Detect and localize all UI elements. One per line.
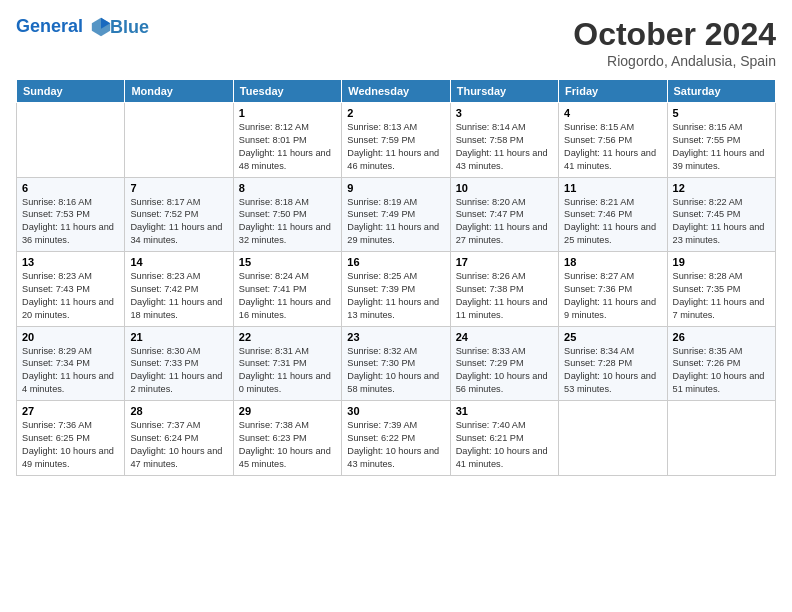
day-info: Sunrise: 8:32 AMSunset: 7:30 PMDaylight:… <box>347 345 444 397</box>
day-number: 30 <box>347 405 444 417</box>
calendar-body: 1 Sunrise: 8:12 AMSunset: 8:01 PMDayligh… <box>17 103 776 476</box>
day-info: Sunrise: 8:21 AMSunset: 7:46 PMDaylight:… <box>564 196 661 248</box>
day-number: 14 <box>130 256 227 268</box>
day-number: 1 <box>239 107 336 119</box>
day-number: 28 <box>130 405 227 417</box>
day-number: 8 <box>239 182 336 194</box>
day-info: Sunrise: 8:20 AMSunset: 7:47 PMDaylight:… <box>456 196 553 248</box>
table-row: 30 Sunrise: 7:39 AMSunset: 6:22 PMDaylig… <box>342 401 450 476</box>
col-friday: Friday <box>559 80 667 103</box>
table-row: 27 Sunrise: 7:36 AMSunset: 6:25 PMDaylig… <box>17 401 125 476</box>
day-number: 16 <box>347 256 444 268</box>
day-number: 4 <box>564 107 661 119</box>
table-row <box>667 401 775 476</box>
table-row: 20 Sunrise: 8:29 AMSunset: 7:34 PMDaylig… <box>17 326 125 401</box>
day-info: Sunrise: 8:15 AMSunset: 7:55 PMDaylight:… <box>673 121 770 173</box>
day-number: 3 <box>456 107 553 119</box>
day-number: 23 <box>347 331 444 343</box>
day-number: 31 <box>456 405 553 417</box>
table-row: 29 Sunrise: 7:38 AMSunset: 6:23 PMDaylig… <box>233 401 341 476</box>
day-info: Sunrise: 8:23 AMSunset: 7:43 PMDaylight:… <box>22 270 119 322</box>
day-number: 10 <box>456 182 553 194</box>
logo: General Blue <box>16 16 149 38</box>
table-row: 5 Sunrise: 8:15 AMSunset: 7:55 PMDayligh… <box>667 103 775 178</box>
table-row: 16 Sunrise: 8:25 AMSunset: 7:39 PMDaylig… <box>342 252 450 327</box>
table-row: 6 Sunrise: 8:16 AMSunset: 7:53 PMDayligh… <box>17 177 125 252</box>
day-info: Sunrise: 7:40 AMSunset: 6:21 PMDaylight:… <box>456 419 553 471</box>
table-row <box>17 103 125 178</box>
table-row: 22 Sunrise: 8:31 AMSunset: 7:31 PMDaylig… <box>233 326 341 401</box>
table-row: 25 Sunrise: 8:34 AMSunset: 7:28 PMDaylig… <box>559 326 667 401</box>
day-number: 7 <box>130 182 227 194</box>
day-number: 22 <box>239 331 336 343</box>
logo-text: General <box>16 16 112 38</box>
table-row: 11 Sunrise: 8:21 AMSunset: 7:46 PMDaylig… <box>559 177 667 252</box>
day-number: 5 <box>673 107 770 119</box>
day-info: Sunrise: 8:28 AMSunset: 7:35 PMDaylight:… <box>673 270 770 322</box>
table-row: 2 Sunrise: 8:13 AMSunset: 7:59 PMDayligh… <box>342 103 450 178</box>
day-number: 11 <box>564 182 661 194</box>
table-row: 24 Sunrise: 8:33 AMSunset: 7:29 PMDaylig… <box>450 326 558 401</box>
day-number: 12 <box>673 182 770 194</box>
calendar-week-2: 6 Sunrise: 8:16 AMSunset: 7:53 PMDayligh… <box>17 177 776 252</box>
header: General Blue October 2024 Riogordo, Anda… <box>16 16 776 69</box>
day-number: 9 <box>347 182 444 194</box>
day-info: Sunrise: 8:29 AMSunset: 7:34 PMDaylight:… <box>22 345 119 397</box>
table-row: 4 Sunrise: 8:15 AMSunset: 7:56 PMDayligh… <box>559 103 667 178</box>
day-info: Sunrise: 8:24 AMSunset: 7:41 PMDaylight:… <box>239 270 336 322</box>
day-info: Sunrise: 8:33 AMSunset: 7:29 PMDaylight:… <box>456 345 553 397</box>
day-number: 17 <box>456 256 553 268</box>
logo-icon <box>90 16 112 38</box>
table-row: 7 Sunrise: 8:17 AMSunset: 7:52 PMDayligh… <box>125 177 233 252</box>
logo-general: General <box>16 16 83 36</box>
day-info: Sunrise: 8:30 AMSunset: 7:33 PMDaylight:… <box>130 345 227 397</box>
day-number: 6 <box>22 182 119 194</box>
col-thursday: Thursday <box>450 80 558 103</box>
day-info: Sunrise: 8:14 AMSunset: 7:58 PMDaylight:… <box>456 121 553 173</box>
table-row <box>125 103 233 178</box>
col-monday: Monday <box>125 80 233 103</box>
day-info: Sunrise: 8:31 AMSunset: 7:31 PMDaylight:… <box>239 345 336 397</box>
calendar-week-5: 27 Sunrise: 7:36 AMSunset: 6:25 PMDaylig… <box>17 401 776 476</box>
col-tuesday: Tuesday <box>233 80 341 103</box>
day-number: 15 <box>239 256 336 268</box>
day-info: Sunrise: 7:37 AMSunset: 6:24 PMDaylight:… <box>130 419 227 471</box>
table-row: 10 Sunrise: 8:20 AMSunset: 7:47 PMDaylig… <box>450 177 558 252</box>
table-row: 28 Sunrise: 7:37 AMSunset: 6:24 PMDaylig… <box>125 401 233 476</box>
table-row <box>559 401 667 476</box>
table-row: 3 Sunrise: 8:14 AMSunset: 7:58 PMDayligh… <box>450 103 558 178</box>
day-info: Sunrise: 8:26 AMSunset: 7:38 PMDaylight:… <box>456 270 553 322</box>
table-row: 26 Sunrise: 8:35 AMSunset: 7:26 PMDaylig… <box>667 326 775 401</box>
table-row: 9 Sunrise: 8:19 AMSunset: 7:49 PMDayligh… <box>342 177 450 252</box>
table-row: 14 Sunrise: 8:23 AMSunset: 7:42 PMDaylig… <box>125 252 233 327</box>
title-block: October 2024 Riogordo, Andalusia, Spain <box>573 16 776 69</box>
day-info: Sunrise: 8:23 AMSunset: 7:42 PMDaylight:… <box>130 270 227 322</box>
day-info: Sunrise: 7:38 AMSunset: 6:23 PMDaylight:… <box>239 419 336 471</box>
day-number: 2 <box>347 107 444 119</box>
day-info: Sunrise: 8:27 AMSunset: 7:36 PMDaylight:… <box>564 270 661 322</box>
table-row: 19 Sunrise: 8:28 AMSunset: 7:35 PMDaylig… <box>667 252 775 327</box>
calendar-week-4: 20 Sunrise: 8:29 AMSunset: 7:34 PMDaylig… <box>17 326 776 401</box>
table-row: 8 Sunrise: 8:18 AMSunset: 7:50 PMDayligh… <box>233 177 341 252</box>
calendar-week-3: 13 Sunrise: 8:23 AMSunset: 7:43 PMDaylig… <box>17 252 776 327</box>
day-number: 26 <box>673 331 770 343</box>
calendar-week-1: 1 Sunrise: 8:12 AMSunset: 8:01 PMDayligh… <box>17 103 776 178</box>
table-row: 15 Sunrise: 8:24 AMSunset: 7:41 PMDaylig… <box>233 252 341 327</box>
page: General Blue October 2024 Riogordo, Anda… <box>0 0 792 612</box>
col-sunday: Sunday <box>17 80 125 103</box>
day-number: 21 <box>130 331 227 343</box>
day-info: Sunrise: 8:13 AMSunset: 7:59 PMDaylight:… <box>347 121 444 173</box>
day-number: 13 <box>22 256 119 268</box>
day-info: Sunrise: 8:19 AMSunset: 7:49 PMDaylight:… <box>347 196 444 248</box>
day-info: Sunrise: 8:18 AMSunset: 7:50 PMDaylight:… <box>239 196 336 248</box>
day-info: Sunrise: 7:39 AMSunset: 6:22 PMDaylight:… <box>347 419 444 471</box>
day-info: Sunrise: 8:22 AMSunset: 7:45 PMDaylight:… <box>673 196 770 248</box>
col-wednesday: Wednesday <box>342 80 450 103</box>
logo-blue: Blue <box>110 17 149 38</box>
day-info: Sunrise: 8:35 AMSunset: 7:26 PMDaylight:… <box>673 345 770 397</box>
day-info: Sunrise: 8:16 AMSunset: 7:53 PMDaylight:… <box>22 196 119 248</box>
day-info: Sunrise: 7:36 AMSunset: 6:25 PMDaylight:… <box>22 419 119 471</box>
calendar-header-row: Sunday Monday Tuesday Wednesday Thursday… <box>17 80 776 103</box>
table-row: 21 Sunrise: 8:30 AMSunset: 7:33 PMDaylig… <box>125 326 233 401</box>
table-row: 13 Sunrise: 8:23 AMSunset: 7:43 PMDaylig… <box>17 252 125 327</box>
